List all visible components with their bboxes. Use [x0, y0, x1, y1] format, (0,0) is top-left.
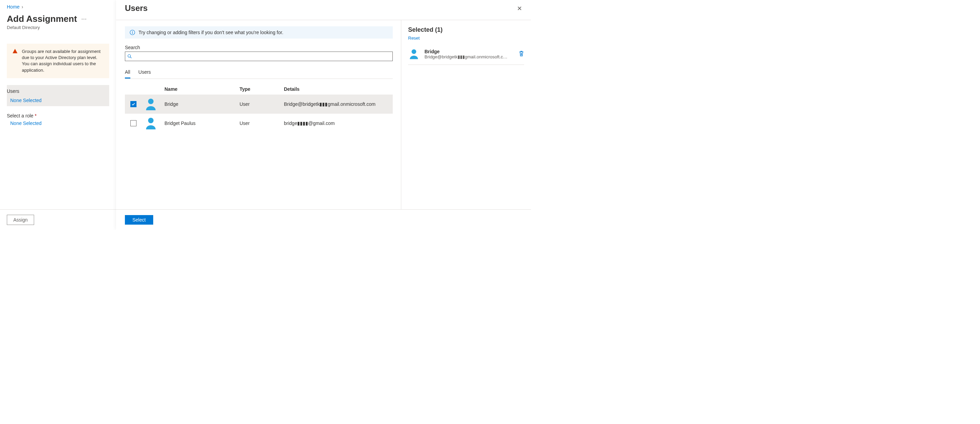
tab-bar: All Users [125, 69, 393, 79]
panel-title: Users [125, 3, 148, 13]
search-icon [125, 54, 134, 59]
selected-item-name: Bridge [425, 49, 514, 54]
close-icon[interactable]: ✕ [517, 5, 522, 12]
selected-side-panel: Selected (1) Reset Bridge Bridge@bridget… [401, 20, 531, 209]
trash-icon[interactable] [519, 51, 524, 58]
col-name: Name [164, 86, 240, 92]
tab-all[interactable]: All [125, 69, 130, 78]
tab-users[interactable]: Users [138, 69, 151, 78]
role-none-selected-link[interactable]: None Selected [7, 118, 109, 128]
users-field-label: Users [7, 87, 109, 94]
user-avatar-icon [144, 97, 164, 111]
warning-icon [12, 48, 18, 54]
svg-point-3 [128, 55, 131, 57]
page-title: Add Assignment [7, 14, 77, 24]
reset-link[interactable]: Reset [408, 35, 420, 41]
search-input[interactable] [134, 52, 392, 61]
warning-text: Groups are not available for assignment … [22, 48, 104, 73]
user-avatar-icon [408, 48, 420, 60]
cell-type: User [240, 121, 284, 126]
checkbox[interactable] [130, 101, 137, 107]
chevron-right-icon: › [22, 4, 23, 10]
info-bar: Try changing or adding filters if you do… [125, 26, 393, 38]
col-type: Type [240, 86, 284, 92]
svg-rect-2 [132, 32, 132, 34]
required-star-icon: * [35, 113, 37, 118]
svg-point-1 [132, 31, 133, 32]
table-header: Name Type Details [125, 84, 393, 94]
selected-heading: Selected (1) [408, 26, 442, 33]
assign-button[interactable]: Assign [7, 215, 34, 225]
breadcrumb: Home › [7, 4, 109, 10]
user-avatar-icon [144, 116, 164, 130]
svg-point-7 [412, 49, 416, 54]
warning-alert: Groups are not available for assignment … [7, 44, 109, 78]
cell-details: Bridge@bridgetk▮▮▮gmail.onmicrosoft.com [284, 101, 393, 107]
breadcrumb-home-link[interactable]: Home [7, 4, 19, 10]
cell-details: bridge▮▮▮▮@gmail.com [284, 121, 393, 126]
panel-footer: Select [116, 209, 531, 230]
col-details: Details [284, 86, 393, 92]
cell-type: User [240, 101, 284, 107]
svg-point-5 [148, 99, 154, 104]
checkbox[interactable] [130, 120, 137, 126]
users-none-selected-link[interactable]: None Selected [7, 94, 109, 106]
info-icon [130, 30, 135, 35]
users-assignment-field: Users None Selected [7, 85, 109, 106]
search-label: Search [125, 45, 393, 50]
select-button[interactable]: Select [125, 215, 153, 225]
svg-line-4 [130, 57, 132, 58]
selected-item: Bridge Bridge@bridgetk▮▮▮gmail.onmicroso… [408, 48, 524, 65]
more-options-icon[interactable]: ⋯ [81, 16, 87, 22]
users-panel: Users ✕ Try changing or adding filters i… [116, 0, 531, 230]
table-row[interactable]: Bridget Paulus User bridge▮▮▮▮@gmail.com [125, 114, 393, 133]
page-subtitle: Default Directory [7, 25, 109, 30]
users-table: Name Type Details Bridge User Bridge@bri… [125, 84, 393, 133]
search-box[interactable] [125, 51, 393, 61]
cell-name: Bridge [164, 101, 240, 107]
table-row[interactable]: Bridge User Bridge@bridgetk▮▮▮gmail.onmi… [125, 94, 393, 114]
role-field-label: Select a role [7, 113, 33, 118]
cell-name: Bridget Paulus [164, 121, 240, 126]
info-text: Try changing or adding filters if you do… [138, 30, 283, 35]
role-field-label-row: Select a role * [7, 113, 109, 118]
svg-point-6 [148, 118, 154, 123]
selected-item-email: Bridge@bridgetk▮▮▮gmail.onmicrosoft.c… [425, 54, 510, 59]
